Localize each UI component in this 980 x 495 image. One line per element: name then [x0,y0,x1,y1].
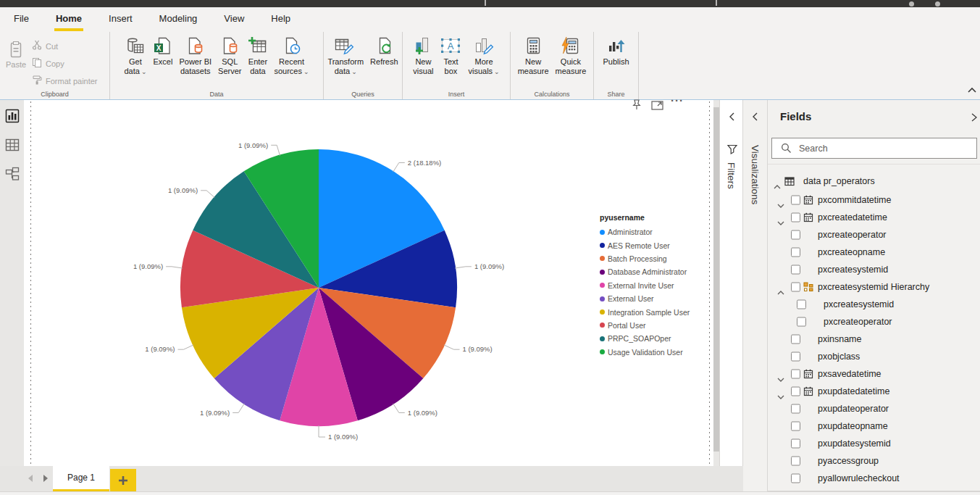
calendar-icon [803,386,813,396]
legend-color-dot [600,349,605,354]
legend-item-label: Batch Processing [608,254,667,263]
expand-filters-icon[interactable] [728,112,737,121]
field-row-pxinsname[interactable]: pxinsname [768,330,980,348]
pie-data-label: 1 (9.09%) [133,262,163,270]
label-leader-line [444,345,460,349]
legend-color-dot [600,243,605,248]
add-page-button[interactable] [110,469,136,491]
chevron-up-icon[interactable] [774,179,781,183]
pie-data-label: 1 (9.09%) [463,345,493,353]
field-checkbox[interactable] [791,474,800,483]
legend-color-dot [600,336,605,341]
field-checkbox[interactable] [791,283,800,292]
fields-tree: data pr_operatorspxcommitdatetimepxcreat… [768,171,980,487]
chevron-up-icon[interactable] [777,285,784,289]
table-row-data-pr-operators[interactable]: data pr_operators [768,171,980,191]
field-row-pxcreateoperator[interactable]: pxcreateoperator [768,313,980,330]
pie-data-label: 1 (9.09%) [145,345,175,353]
field-row-pyallowrulecheckout[interactable]: pyallowrulecheckout [768,470,980,487]
field-row-pxcreatesystemid[interactable]: pxcreatesystemid [768,261,980,278]
field-checkbox[interactable] [791,457,800,466]
field-row-pxobjclass[interactable]: pxobjclass [768,348,980,365]
field-label: pxsavedatetime [818,369,881,379]
legend-item-administrator[interactable]: Administrator [600,225,694,238]
field-label: pxupdatedatetime [818,386,889,396]
field-row-pxsavedatetime[interactable]: pxsavedatetime [768,365,980,383]
field-checkbox[interactable] [791,439,800,449]
field-row-pxupdateoperator[interactable]: pxupdateoperator [768,400,980,417]
field-label: pyaccessgroup [818,456,879,466]
legend-item-label: External User [608,294,654,303]
field-checkbox[interactable] [791,335,800,344]
filters-pane-label[interactable]: Filters [726,162,737,189]
legend-item-database-administrator[interactable]: Database Administrator [600,265,694,278]
legend-item-external-user[interactable]: External User [600,292,694,305]
expand-visualizations-icon[interactable] [751,112,760,121]
visualizations-pane-collapsed: Visualizations [743,100,768,491]
field-row-pxcreateoperator[interactable]: pxcreateoperator [768,226,980,244]
field-row-pyaccessgroup[interactable]: pyaccessgroup [768,452,980,470]
legend-item-label: Integration Sample User [608,308,690,317]
field-checkbox[interactable] [791,213,800,222]
legend-item-aes-remote-user[interactable]: AES Remote User [600,238,694,251]
chevron-down-icon[interactable] [777,372,784,376]
collapse-fields-icon[interactable] [971,113,978,122]
field-row-pxcreateopname[interactable]: pxcreateopname [768,244,980,261]
field-checkbox[interactable] [797,300,806,309]
label-leader-line [393,404,405,413]
page-tab[interactable]: Page 1 [53,466,109,491]
field-checkbox[interactable] [791,422,800,431]
legend-item-integration-sample-user[interactable]: Integration Sample User [600,305,694,318]
field-row-pxcreatedatetime[interactable]: pxcreatedatetime [768,209,980,226]
field-label: pxupdatesystemid [818,438,891,449]
pie-data-label: 1 (9.09%) [200,409,230,417]
field-checkbox[interactable] [797,317,806,327]
legend-item-external-invite-user[interactable]: External Invite User [600,279,694,292]
legend-color-dot [600,256,605,261]
field-checkbox[interactable] [791,265,800,275]
legend-item-prpc-soapoper[interactable]: PRPC_SOAPOper [600,332,694,345]
legend-color-dot [600,230,605,235]
label-leader-line [166,267,183,268]
field-row-pxupdatesystemid[interactable]: pxupdatesystemid [768,435,980,452]
field-checkbox[interactable] [791,352,800,362]
legend-color-dot [600,309,605,315]
legend-title: pyusername [600,213,694,222]
legend-item-portal-user[interactable]: Portal User [600,319,694,332]
table-icon [784,176,795,186]
label-leader-line [319,425,325,437]
chevron-down-icon[interactable] [777,198,784,202]
field-checkbox[interactable] [791,230,800,240]
legend-item-batch-processing[interactable]: Batch Processing [600,252,694,265]
field-checkbox[interactable] [791,404,800,414]
next-page-arrow[interactable] [41,473,50,483]
filter-funnel-icon [726,143,738,155]
legend-item-usage-validation-user[interactable]: Usage Validation User [600,346,694,359]
chevron-down-icon[interactable] [777,215,784,220]
field-checkbox[interactable] [791,387,800,396]
previous-page-arrow[interactable] [26,473,35,483]
field-label: pxcreatesystemid [818,265,888,275]
pie-data-label: 1 (9.09%) [474,262,504,270]
field-row-pxupdatedatetime[interactable]: pxupdatedatetime [768,383,980,400]
field-checkbox[interactable] [791,248,800,257]
legend-item-label: Usage Validation User [608,348,683,357]
legend-color-dot [600,270,605,275]
legend-color-dot [600,323,605,328]
label-leader-line [201,191,214,198]
field-label: data pr_operators [803,176,875,186]
chevron-down-icon[interactable] [777,389,784,394]
field-row-pxcreatesystemid-hierarchy[interactable]: pxcreatesystemid Hierarchy [768,278,980,296]
search-icon [781,143,792,154]
field-row-pxcommitdatetime[interactable]: pxcommitdatetime [768,191,980,209]
plus-icon [118,475,128,486]
label-leader-line [393,163,405,172]
field-row-pxcreatesystemid[interactable]: pxcreatesystemid [768,296,980,313]
fields-search-input[interactable] [797,143,942,154]
field-checkbox[interactable] [791,196,800,205]
label-leader-line [455,267,472,268]
field-checkbox[interactable] [791,370,800,379]
field-label: pxcreateoperator [824,317,892,327]
visualizations-pane-label[interactable]: Visualizations [750,145,761,204]
field-row-pxupdateopname[interactable]: pxupdateopname [768,417,980,435]
